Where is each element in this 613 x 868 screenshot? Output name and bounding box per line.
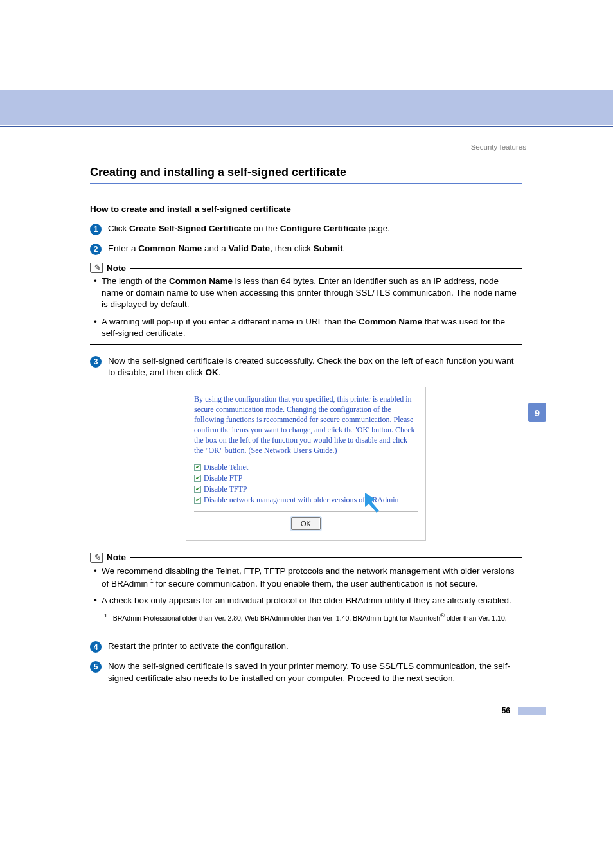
- step-3: 3 Now the self-signed certificate is cre…: [90, 355, 522, 378]
- heading-1: Creating and installing a self-signed ce…: [90, 166, 522, 179]
- dialog-screenshot: By using the configuration that you spec…: [186, 387, 426, 541]
- heading-rule: [90, 183, 522, 184]
- t: , then click: [270, 244, 314, 253]
- checkbox-label: Disable FTP: [204, 474, 242, 483]
- t: Now the self-signed certificate is creat…: [108, 356, 514, 377]
- t: Configure Certificate: [280, 224, 366, 233]
- note-icon: ✎: [90, 553, 103, 563]
- note-end-rule: [90, 344, 522, 345]
- dialog-paragraph: By using the configuration that you spec…: [194, 394, 418, 456]
- t: BRAdmin Professional older than Ver. 2.8…: [113, 614, 440, 621]
- t: OK: [206, 368, 218, 377]
- ok-button[interactable]: OK: [291, 517, 321, 530]
- note-list: We recommend disabling the Telnet, FTP, …: [90, 565, 522, 607]
- t: and a: [202, 244, 228, 253]
- step-number-badge: 5: [90, 661, 102, 673]
- note-item: We recommend disabling the Telnet, FTP, …: [94, 565, 522, 590]
- checkbox-icon[interactable]: ✔: [194, 475, 201, 482]
- note-heading: ✎ Note: [90, 553, 522, 563]
- step-number-badge: 3: [90, 356, 102, 368]
- checkbox-label: Disable TFTP: [204, 484, 247, 494]
- t: Submit: [314, 244, 343, 253]
- chapter-tab: 9: [528, 403, 546, 422]
- svg-marker-0: [365, 493, 379, 513]
- t: Enter a: [108, 244, 138, 253]
- note-icon: ✎: [90, 263, 103, 273]
- step-text: Click Create Self-Signed Certificate on …: [108, 223, 390, 235]
- page-content: Creating and installing a self-signed ce…: [90, 166, 522, 692]
- page-number: 56: [502, 706, 510, 715]
- step-2: 2 Enter a Common Name and a Valid Date, …: [90, 243, 522, 255]
- t: for secure communication. If you enable …: [154, 578, 478, 588]
- note-end-rule: [90, 630, 522, 630]
- step-number-badge: 1: [90, 224, 102, 235]
- t: Common Name: [138, 244, 202, 253]
- checkbox-icon[interactable]: ✔: [194, 464, 201, 471]
- t: older than Ver. 1.10.: [445, 614, 507, 621]
- t: .: [342, 244, 345, 253]
- note-label: Note: [107, 553, 126, 562]
- arrow-icon: [362, 492, 384, 513]
- t: The length of the: [102, 276, 169, 286]
- t: .: [218, 368, 221, 377]
- t: Common Name: [169, 276, 233, 286]
- heading-2: How to create and install a self-signed …: [90, 204, 522, 214]
- t: Create Self-Signed Certificate: [129, 224, 251, 233]
- footnote-num: 1: [104, 612, 107, 619]
- footnote: 1 BRAdmin Professional older than Ver. 2…: [104, 612, 522, 623]
- t: Valid Date: [229, 244, 271, 253]
- step-text: Now the self-signed certificate is creat…: [108, 355, 522, 378]
- step-4: 4 Restart the printer to activate the co…: [90, 641, 522, 653]
- note-item: The length of the Common Name is less th…: [94, 276, 522, 311]
- note-label: Note: [107, 263, 126, 273]
- step-5: 5 Now the self-signed certificate is sav…: [90, 660, 522, 684]
- step-text: Restart the printer to activate the conf…: [108, 641, 289, 652]
- step-number-badge: 4: [90, 641, 102, 653]
- checkbox-row: ✔Disable network management with older v…: [194, 495, 418, 505]
- t: Common Name: [359, 317, 422, 326]
- running-head: Security features: [471, 143, 526, 151]
- checkbox-icon[interactable]: ✔: [194, 497, 201, 504]
- t: Click: [108, 224, 129, 233]
- step-number-badge: 2: [90, 244, 102, 255]
- checkbox-row: ✔Disable FTP: [194, 474, 418, 483]
- note-list: The length of the Common Name is less th…: [90, 276, 522, 339]
- step-1: 1 Click Create Self-Signed Certificate o…: [90, 223, 522, 235]
- note-item: A warning will pop-up if you enter a dif…: [94, 316, 522, 339]
- checkbox-icon[interactable]: ✔: [194, 486, 201, 493]
- checkbox-row: ✔Disable Telnet: [194, 463, 418, 472]
- note-item: A check box only appears for an individu…: [94, 595, 522, 607]
- header-rule: [0, 126, 613, 127]
- t: on the: [251, 224, 280, 233]
- header-band: [0, 90, 613, 125]
- page-stub: [518, 707, 546, 715]
- step-text: Now the self-signed certificate is saved…: [108, 660, 522, 684]
- t: A check box only appears for an individu…: [102, 596, 511, 605]
- note-heading: ✎ Note: [90, 263, 522, 273]
- checkbox-label: Disable Telnet: [204, 463, 248, 472]
- t: page.: [366, 224, 390, 233]
- t: A warning will pop-up if you enter a dif…: [102, 317, 359, 326]
- step-text: Enter a Common Name and a Valid Date, th…: [108, 243, 345, 254]
- registered-mark: ®: [440, 612, 445, 619]
